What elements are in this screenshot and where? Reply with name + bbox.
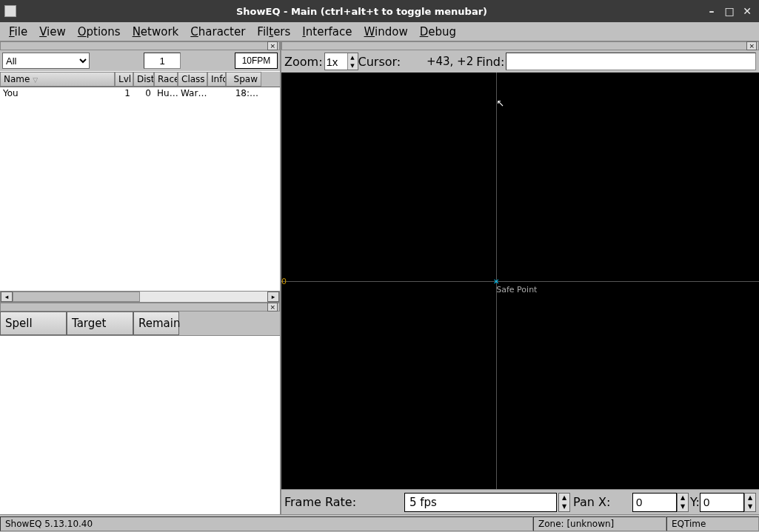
col-lvl[interactable]: Lvl — [115, 72, 133, 87]
col-spawn[interactable]: Spaw — [226, 72, 261, 87]
maximize-button[interactable]: □ — [722, 4, 737, 18]
map-dock-handle[interactable]: × — [281, 41, 759, 50]
fps-up-icon[interactable]: ▲ — [559, 494, 569, 502]
zoom-down-icon[interactable]: ▼ — [347, 61, 358, 70]
fps-down-icon[interactable]: ▼ — [559, 502, 569, 511]
fps-spinner[interactable]: ▲▼ — [558, 493, 570, 512]
zoom-label: Zoom: — [284, 55, 323, 69]
zoom-up-icon[interactable]: ▲ — [347, 53, 358, 61]
col-info[interactable]: Info — [207, 72, 226, 87]
statusbar: ShowEQ 5.13.10.40 Zone: [unknown] EQTime — [0, 514, 759, 532]
col-spell[interactable]: Spell — [0, 312, 67, 335]
col-target[interactable]: Target — [67, 312, 133, 335]
window-title: ShowEQ - Main (ctrl+alt+t to toggle menu… — [22, 6, 701, 17]
menu-options[interactable]: Options — [72, 24, 127, 40]
pany-spinner[interactable]: ▲▼ — [744, 493, 756, 512]
cursor-label: Cursor: — [358, 55, 401, 69]
cell-info — [207, 88, 226, 98]
panx-up-icon[interactable]: ▲ — [678, 494, 688, 502]
col-race[interactable]: Race — [154, 72, 178, 87]
spelllist-body[interactable] — [0, 336, 280, 515]
menu-file[interactable]: File — [3, 24, 33, 40]
status-eqtime: EQTime — [666, 516, 759, 531]
titlebar[interactable]: ShowEQ - Main (ctrl+alt+t to toggle menu… — [0, 0, 759, 22]
find-label: Find: — [476, 55, 504, 69]
spelllist-dock-handle[interactable]: × — [0, 303, 280, 312]
col-name[interactable]: Name ▽ — [0, 72, 115, 87]
col-class[interactable]: Class — [178, 72, 207, 87]
col-remain[interactable]: Remain — [133, 312, 179, 335]
close-button[interactable]: ✕ — [740, 4, 755, 18]
origin-label: 0 — [281, 277, 287, 286]
find-input[interactable] — [506, 53, 756, 70]
panx-input[interactable] — [632, 493, 677, 512]
spelllist-close-icon[interactable]: × — [267, 303, 278, 312]
pany-label: Y: — [690, 495, 700, 509]
safe-point-marker: ✕ — [493, 277, 499, 285]
cursor-value: +43, +2 — [402, 55, 476, 68]
safe-point-label: Safe Point — [496, 285, 537, 294]
app-icon — [4, 5, 16, 17]
spelllist-header: Spell Target Remain — [0, 312, 280, 336]
scroll-right-icon[interactable]: ▸ — [267, 292, 279, 302]
minimize-button[interactable]: – — [704, 4, 719, 18]
sort-icon: ▽ — [33, 76, 38, 84]
col-dist[interactable]: Dist — [133, 72, 154, 87]
menu-character[interactable]: Character — [184, 24, 251, 40]
status-zone: Zone: [unknown] — [533, 516, 666, 531]
map-canvas[interactable]: 0 ✕ Safe Point ↖ — [281, 73, 759, 489]
cell-race: Hu… — [154, 88, 178, 98]
cell-class: War… — [178, 88, 207, 98]
scroll-track[interactable] — [13, 292, 267, 302]
menu-network[interactable]: Network — [127, 24, 185, 40]
map-bottom-bar: Frame Rate: 5 fps ▲▼ Pan X: ▲▼ Y: ▲▼ — [281, 489, 759, 514]
pany-up-icon[interactable]: ▲ — [745, 494, 755, 502]
cursor-icon: ↖ — [496, 98, 504, 109]
map-panel: × Zoom: ▲▼ Cursor: +43, +2 Find: 0 ✕ Saf… — [281, 41, 759, 514]
menubar: File View Options Network Character Filt… — [0, 22, 759, 41]
panx-down-icon[interactable]: ▼ — [678, 502, 688, 511]
table-row[interactable]: You 1 0 Hu… War… 18:… — [0, 87, 280, 99]
spawnlist-close-icon[interactable]: × — [267, 41, 278, 50]
menu-debug[interactable]: Debug — [414, 24, 462, 40]
scroll-left-icon[interactable]: ◂ — [1, 292, 13, 302]
count-input[interactable] — [144, 53, 181, 69]
spawnlist-body[interactable]: You 1 0 Hu… War… 18:… — [0, 87, 280, 291]
menu-view[interactable]: View — [33, 24, 72, 40]
axis-horizontal — [281, 281, 759, 282]
spawnlist-header: Name ▽ Lvl Dist Race Class Info Spaw — [0, 71, 280, 87]
fps-value[interactable]: 5 fps — [404, 493, 557, 512]
spawnlist-dock-handle[interactable]: × — [0, 41, 280, 50]
main-window: ShowEQ - Main (ctrl+alt+t to toggle menu… — [0, 0, 759, 532]
framerate-label: Frame Rate: — [284, 495, 403, 509]
body: × All Name ▽ Lvl Dist Race Class Info Sp… — [0, 41, 759, 514]
zoom-input[interactable] — [325, 53, 347, 70]
menu-window[interactable]: Window — [358, 24, 414, 40]
menu-interface[interactable]: Interface — [296, 24, 358, 40]
map-close-icon[interactable]: × — [746, 41, 757, 50]
scroll-thumb[interactable] — [13, 292, 140, 302]
pany-down-icon[interactable]: ▼ — [745, 502, 755, 511]
pany-input[interactable] — [700, 493, 744, 512]
filter-dropdown[interactable]: All — [2, 53, 90, 69]
map-toolbar: Zoom: ▲▼ Cursor: +43, +2 Find: — [281, 50, 759, 73]
fpm-input[interactable] — [235, 53, 278, 69]
panx-label: Pan X: — [573, 495, 632, 509]
cell-spawn: 18:… — [226, 88, 261, 98]
cell-dist: 0 — [133, 88, 154, 98]
status-version: ShowEQ 5.13.10.40 — [0, 516, 533, 531]
cell-lvl: 1 — [115, 88, 133, 98]
spawnlist-toolbar: All — [0, 50, 280, 71]
left-panel: × All Name ▽ Lvl Dist Race Class Info Sp… — [0, 41, 281, 514]
spell-panel: Spell Target Remain — [0, 312, 280, 515]
cell-name: You — [0, 88, 115, 98]
menu-filters[interactable]: Filters — [251, 24, 296, 40]
spawnlist-hscroll[interactable]: ◂ ▸ — [0, 291, 280, 303]
panx-spinner[interactable]: ▲▼ — [677, 493, 689, 512]
zoom-spinner[interactable]: ▲▼ — [324, 53, 358, 70]
